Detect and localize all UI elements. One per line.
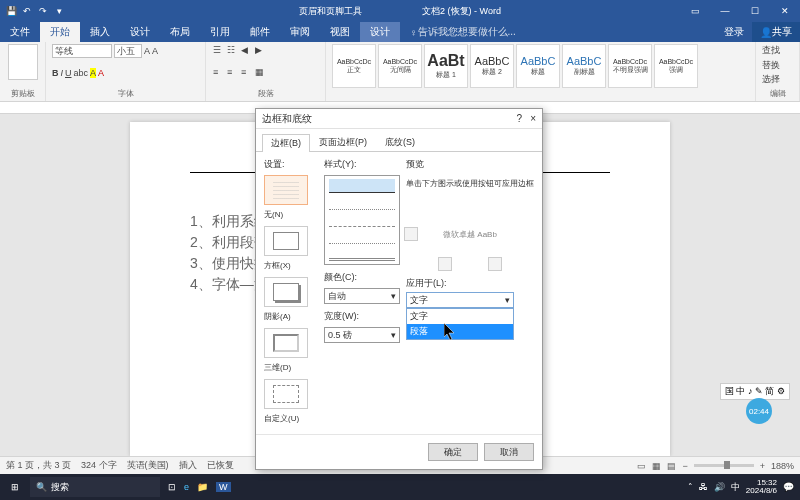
- dialog-close-icon[interactable]: ×: [530, 113, 536, 124]
- dialog-help-icon[interactable]: ?: [517, 113, 523, 124]
- zoom-slider[interactable]: [694, 464, 754, 467]
- strike-icon[interactable]: abc: [74, 68, 89, 78]
- group-styles: AaBbCcDc正文AaBbCcDc无间隔AaBt标题 1AaBbC标题 2Aa…: [326, 42, 756, 101]
- status-insert-mode[interactable]: 插入: [179, 459, 197, 472]
- view-print-icon[interactable]: ▦: [652, 461, 661, 471]
- status-recovered: 已恢复: [207, 459, 234, 472]
- zoom-in-icon[interactable]: +: [760, 461, 765, 471]
- preview-bottom1-button[interactable]: [438, 257, 452, 271]
- font-color-icon[interactable]: A: [98, 68, 104, 78]
- border-width-select[interactable]: 0.5 磅▾: [324, 327, 400, 343]
- indent-inc-icon[interactable]: ▶: [254, 44, 266, 56]
- taskbar-search[interactable]: 🔍搜索: [30, 477, 160, 497]
- explorer-icon[interactable]: 📁: [197, 482, 208, 492]
- dialog-title: 边框和底纹: [262, 112, 312, 126]
- style-副标题[interactable]: AaBbC副标题: [562, 44, 606, 88]
- align-center-icon[interactable]: ≡: [226, 66, 238, 78]
- underline-icon[interactable]: U: [65, 68, 72, 78]
- replace-button[interactable]: 替换: [762, 59, 793, 72]
- redo-icon[interactable]: ↷: [38, 6, 48, 16]
- tab-layout[interactable]: 布局: [160, 22, 200, 42]
- align-left-icon[interactable]: ≡: [212, 66, 224, 78]
- tray-chevron-icon[interactable]: ˄: [688, 482, 693, 492]
- tab-references[interactable]: 引用: [200, 22, 240, 42]
- login-link[interactable]: 登录: [716, 22, 752, 42]
- start-button[interactable]: ⊞: [0, 482, 30, 492]
- close-icon[interactable]: ✕: [770, 6, 800, 16]
- tray-clock[interactable]: 15:322024/8/6: [746, 479, 777, 495]
- border-preview[interactable]: 微软卓越 AaBb: [406, 199, 534, 269]
- italic-icon[interactable]: I: [61, 68, 64, 78]
- tell-me-search[interactable]: ♀ 告诉我您想要做什么...: [400, 22, 526, 42]
- apply-to-select[interactable]: 文字▾: [406, 292, 514, 308]
- bold-icon[interactable]: B: [52, 68, 59, 78]
- preset-none[interactable]: [264, 175, 308, 205]
- numbering-icon[interactable]: ☷: [226, 44, 238, 56]
- tab-design[interactable]: 设计: [120, 22, 160, 42]
- preview-bottom2-button[interactable]: [488, 257, 502, 271]
- preset-3d[interactable]: [264, 328, 308, 358]
- align-right-icon[interactable]: ≡: [240, 66, 252, 78]
- style-标题 2[interactable]: AaBbC标题 2: [470, 44, 514, 88]
- style-标题 1[interactable]: AaBt标题 1: [424, 44, 468, 88]
- tab-review[interactable]: 审阅: [280, 22, 320, 42]
- select-button[interactable]: 选择: [762, 73, 793, 86]
- status-word-count[interactable]: 324 个字: [81, 459, 117, 472]
- grow-font-icon[interactable]: A: [144, 46, 150, 56]
- shrink-font-icon[interactable]: A: [152, 46, 158, 56]
- preview-left-button[interactable]: [404, 227, 418, 241]
- tab-home[interactable]: 开始: [40, 22, 80, 42]
- minimize-icon[interactable]: —: [710, 6, 740, 16]
- preset-shadow[interactable]: [264, 277, 308, 307]
- preset-custom[interactable]: [264, 379, 308, 409]
- style-强调[interactable]: AaBbCcDc强调: [654, 44, 698, 88]
- find-button[interactable]: 查找: [762, 44, 793, 57]
- tab-context-design[interactable]: 设计: [360, 22, 400, 42]
- edge-icon[interactable]: e: [184, 482, 189, 492]
- undo-icon[interactable]: ↶: [22, 6, 32, 16]
- zoom-out-icon[interactable]: −: [682, 461, 687, 471]
- apply-option-paragraph[interactable]: 段落: [407, 324, 513, 339]
- tab-file[interactable]: 文件: [0, 22, 40, 42]
- save-icon[interactable]: 💾: [6, 6, 16, 16]
- indent-dec-icon[interactable]: ◀: [240, 44, 252, 56]
- border-color-select[interactable]: 自动▾: [324, 288, 400, 304]
- dialog-tab-shading[interactable]: 底纹(S): [376, 133, 424, 151]
- tray-network-icon[interactable]: 🖧: [699, 482, 708, 492]
- style-标题[interactable]: AaBbC标题: [516, 44, 560, 88]
- status-page[interactable]: 第 1 页，共 3 页: [6, 459, 71, 472]
- dialog-tab-page-border[interactable]: 页面边框(P): [310, 133, 376, 151]
- maximize-icon[interactable]: ☐: [740, 6, 770, 16]
- preset-box[interactable]: [264, 226, 308, 256]
- dialog-tab-border[interactable]: 边框(B): [262, 134, 310, 152]
- zoom-level[interactable]: 188%: [771, 461, 794, 471]
- ok-button[interactable]: 确定: [428, 443, 478, 461]
- share-button[interactable]: 👤 共享: [752, 22, 800, 42]
- highlight-icon[interactable]: A: [90, 68, 96, 78]
- font-size-select[interactable]: 小五: [114, 44, 142, 58]
- shading-icon[interactable]: ▦: [254, 66, 266, 78]
- notifications-icon[interactable]: 💬: [783, 482, 794, 492]
- apply-option-text[interactable]: 文字: [407, 309, 513, 324]
- view-web-icon[interactable]: ▤: [667, 461, 676, 471]
- status-language[interactable]: 英语(美国): [127, 459, 169, 472]
- border-style-list[interactable]: [324, 175, 400, 265]
- paste-button[interactable]: [8, 44, 38, 80]
- tab-mailings[interactable]: 邮件: [240, 22, 280, 42]
- style-正文[interactable]: AaBbCcDc正文: [332, 44, 376, 88]
- ribbon-options-icon[interactable]: ▭: [680, 6, 710, 16]
- qat-more-icon[interactable]: ▾: [54, 6, 64, 16]
- cancel-button[interactable]: 取消: [484, 443, 534, 461]
- style-不明显强调[interactable]: AaBbCcDc不明显强调: [608, 44, 652, 88]
- tab-view[interactable]: 视图: [320, 22, 360, 42]
- chevron-down-icon: ▾: [505, 295, 510, 305]
- tab-insert[interactable]: 插入: [80, 22, 120, 42]
- tray-volume-icon[interactable]: 🔊: [714, 482, 725, 492]
- bullets-icon[interactable]: ☰: [212, 44, 224, 56]
- tray-ime[interactable]: 中: [731, 481, 740, 494]
- word-taskbar-icon[interactable]: W: [216, 482, 231, 492]
- view-read-icon[interactable]: ▭: [637, 461, 646, 471]
- font-name-select[interactable]: 等线: [52, 44, 112, 58]
- style-无间隔[interactable]: AaBbCcDc无间隔: [378, 44, 422, 88]
- task-view-icon[interactable]: ⊡: [168, 482, 176, 492]
